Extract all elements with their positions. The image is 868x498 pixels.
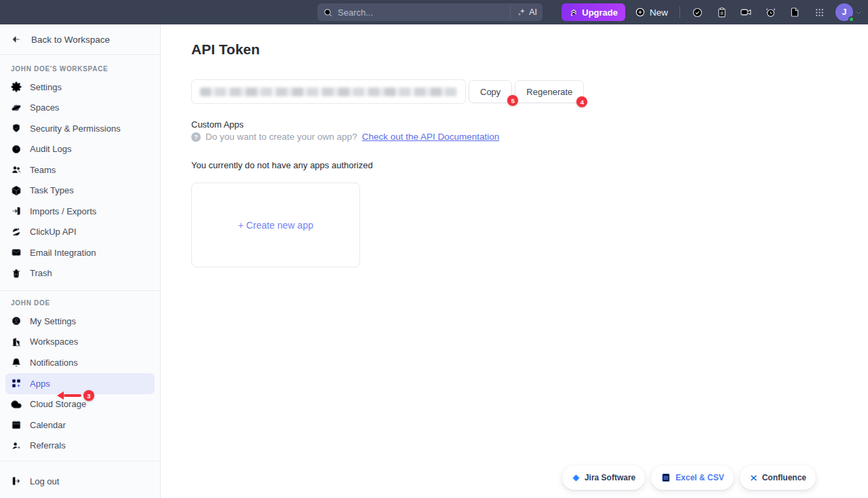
account-menu[interactable]: J <box>835 3 863 21</box>
online-status-dot <box>848 16 854 22</box>
alarm-icon[interactable] <box>761 3 780 22</box>
apps-grid-icon[interactable] <box>810 3 829 22</box>
plus-circle-icon <box>635 7 646 18</box>
api-documentation-link[interactable]: Check out the API Documentation <box>362 132 500 142</box>
video-icon[interactable] <box>736 3 755 22</box>
trash-icon <box>11 268 22 279</box>
sidebar-divider <box>0 290 160 291</box>
sidebar-item-audit-logs[interactable]: Audit Logs <box>0 139 160 160</box>
user-section-header: JOHN DOE <box>0 298 160 311</box>
custom-apps-help-line: ? Do you want to create your own app? Ch… <box>191 132 499 142</box>
cloud-icon <box>11 399 22 410</box>
new-label: New <box>650 7 668 18</box>
bell-icon <box>11 357 22 368</box>
sidebar-item-spaces[interactable]: Spaces <box>0 98 160 119</box>
user-circle-icon <box>11 315 22 326</box>
upgrade-button[interactable]: Upgrade <box>561 3 625 21</box>
check-circle-icon[interactable] <box>688 3 707 22</box>
search-icon <box>323 7 333 18</box>
create-new-app-button[interactable]: + Create new app <box>191 183 360 267</box>
settings-sidebar: Back to Workspace JOHN DOE'S WORKSPACE S… <box>0 24 161 498</box>
page-title: API Token <box>191 41 260 58</box>
excel-csv-button[interactable]: Excel & CSV <box>651 465 733 490</box>
redacted-token-value <box>200 88 457 96</box>
shield-check-icon <box>11 123 22 134</box>
help-icon: ? <box>191 132 201 142</box>
sidebar-item-security-permissions[interactable]: Security & Permissions <box>0 118 160 139</box>
sidebar-item-my-settings[interactable]: My Settings <box>0 311 160 332</box>
sidebar-item-referrals[interactable]: Referrals <box>0 436 160 457</box>
upgrade-icon <box>569 7 578 17</box>
clipboard-icon[interactable] <box>712 3 731 22</box>
planet-icon <box>11 102 22 113</box>
sync-api-icon <box>11 227 22 237</box>
excel-icon <box>660 472 671 483</box>
envelope-icon <box>11 247 22 258</box>
people-icon <box>11 164 22 175</box>
custom-apps-heading: Custom Apps <box>191 119 243 130</box>
sidebar-item-clickup-api[interactable]: ClickUp API <box>0 222 160 243</box>
new-button[interactable]: New <box>631 7 672 18</box>
logout-button[interactable]: Log out <box>0 468 160 494</box>
annotation-badge-5: 5 <box>507 95 518 106</box>
token-row: Copy 5 Regenerate 4 <box>191 79 584 104</box>
logout-icon <box>11 476 22 486</box>
copy-token-button[interactable]: Copy 5 <box>469 80 512 103</box>
integration-shortcuts: Jira Software Excel & CSV Confluence <box>562 465 816 490</box>
annotation-badge-4: 4 <box>576 96 587 107</box>
jira-software-button[interactable]: Jira Software <box>562 465 645 490</box>
no-apps-message: You currently do not have any apps autho… <box>191 160 373 170</box>
jira-icon <box>572 474 580 482</box>
gear-icon <box>11 81 22 92</box>
clickup-logo-icon[interactable] <box>0 5 27 19</box>
confluence-icon <box>749 474 758 482</box>
confluence-button[interactable]: Confluence <box>740 465 816 490</box>
annotation-arrow-line <box>64 394 81 397</box>
global-search-bar[interactable]: AI <box>317 3 542 21</box>
ai-label: AI <box>529 7 537 17</box>
sidebar-item-calendar[interactable]: Calendar <box>0 415 160 436</box>
avatar-initial: J <box>842 7 847 17</box>
ai-button[interactable]: AI <box>510 6 537 18</box>
workspace-section-header: JOHN DOE'S WORKSPACE <box>0 55 160 77</box>
calendar-icon <box>11 419 22 430</box>
top-navigation-bar: AI Upgrade New J <box>0 0 868 24</box>
sidebar-item-settings[interactable]: Settings <box>0 77 160 98</box>
buildings-icon <box>11 337 22 347</box>
api-token-field[interactable] <box>191 79 466 104</box>
doc-icon[interactable] <box>785 3 804 22</box>
sidebar-divider <box>0 461 160 461</box>
regenerate-token-button[interactable]: Regenerate 4 <box>515 80 584 103</box>
annotation-arrow-apps: 3 <box>57 390 94 401</box>
sidebar-item-notifications[interactable]: Notifications <box>0 352 160 373</box>
cube-icon <box>11 185 22 196</box>
api-token-page: API Token Copy 5 Regenerate 4 Custom App… <box>161 24 868 498</box>
apps-plus-icon <box>11 378 22 389</box>
sidebar-item-email-integration[interactable]: Email Integration <box>0 242 160 263</box>
back-label: Back to Workspace <box>31 35 110 45</box>
user-plus-icon <box>11 440 22 451</box>
search-input[interactable] <box>338 7 510 18</box>
back-to-workspace[interactable]: Back to Workspace <box>0 24 160 55</box>
annotation-arrow-head <box>57 391 64 400</box>
chevron-down-icon <box>854 8 863 16</box>
help-text: Do you want to create your own app? <box>205 132 357 142</box>
sparkle-icon <box>517 7 526 17</box>
avatar[interactable]: J <box>835 3 853 21</box>
topbar-divider <box>679 6 680 18</box>
gauge-clock-icon <box>11 144 22 155</box>
sidebar-item-task-types[interactable]: Task Types <box>0 180 160 202</box>
sidebar-item-imports-exports[interactable]: Imports / Exports <box>0 201 160 222</box>
import-export-icon <box>11 206 22 216</box>
upgrade-label: Upgrade <box>582 7 618 18</box>
arrow-left-icon <box>11 34 22 45</box>
sidebar-item-workspaces[interactable]: Workspaces <box>0 332 160 353</box>
sidebar-item-trash[interactable]: Trash <box>0 263 160 284</box>
annotation-badge-3: 3 <box>83 390 94 401</box>
sidebar-item-teams[interactable]: Teams <box>0 159 160 180</box>
